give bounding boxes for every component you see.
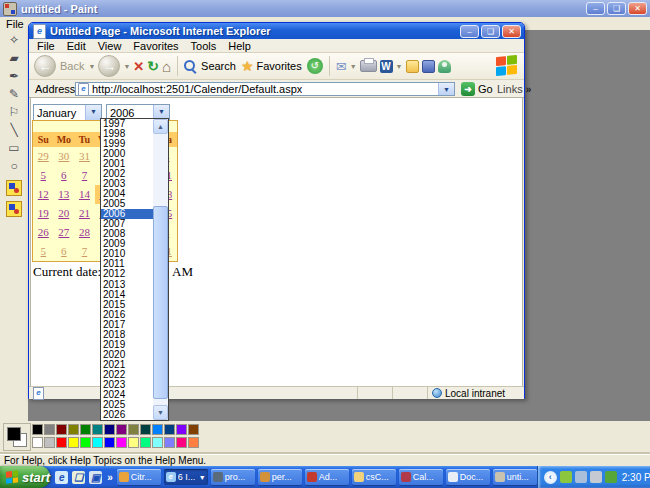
palette-swatch[interactable] <box>116 437 127 448</box>
eraser-icon[interactable]: ▰ <box>6 51 23 67</box>
discuss-icon[interactable] <box>406 60 419 73</box>
taskbar-button-cal[interactable]: Cal... <box>399 469 443 485</box>
calendar-day-6[interactable]: 6 <box>54 242 75 261</box>
tray-volume-icon[interactable] <box>590 471 602 483</box>
calendar-day-link[interactable]: 30 <box>58 150 69 162</box>
edit-with-word-icon[interactable]: W <box>380 60 393 73</box>
ie-menu-tools[interactable]: Tools <box>191 40 217 52</box>
palette-swatch[interactable] <box>152 424 163 435</box>
mail-icon[interactable]: ✉ <box>336 59 347 74</box>
calendar-day-link[interactable]: 6 <box>61 169 67 181</box>
calendar-day-link[interactable]: 14 <box>79 188 90 200</box>
calendar-day-link[interactable]: 5 <box>41 245 47 257</box>
calendar-day-link[interactable]: 29 <box>38 150 49 162</box>
ie-menu-edit[interactable]: Edit <box>67 40 86 52</box>
palette-swatch[interactable] <box>152 437 163 448</box>
links-overflow-chevron[interactable]: » <box>526 84 532 95</box>
research-icon[interactable] <box>422 60 435 73</box>
mail-dropdown-chevron[interactable]: ▼ <box>350 63 357 70</box>
line-icon[interactable]: ╲ <box>6 123 23 139</box>
ie-maximize-button[interactable]: ❏ <box>481 25 500 38</box>
edit-dropdown-chevron[interactable]: ▼ <box>396 63 403 70</box>
favorites-button-label[interactable]: Favorites <box>256 60 301 72</box>
palette-swatch[interactable] <box>176 437 187 448</box>
calendar-day-14[interactable]: 14 <box>74 185 95 204</box>
scrollbar-thumb[interactable] <box>153 206 168 399</box>
taskbar-clock[interactable]: 2:30 PM <box>622 472 650 483</box>
calendar-day-7[interactable]: 7 <box>74 242 95 261</box>
calendar-day-link[interactable]: 26 <box>38 226 49 238</box>
home-icon[interactable]: ⌂ <box>162 58 171 75</box>
taskbar-button-unti[interactable]: unti... <box>493 469 537 485</box>
calendar-day-28[interactable]: 28 <box>74 223 95 242</box>
palette-swatch[interactable] <box>92 437 103 448</box>
palette-swatch[interactable] <box>92 424 103 435</box>
palette-swatch[interactable] <box>116 424 127 435</box>
month-select-chevron-icon[interactable]: ▼ <box>85 105 101 120</box>
calendar-day-link[interactable]: 20 <box>58 207 69 219</box>
taskbar-button-csc[interactable]: csC... <box>352 469 396 485</box>
calendar-day-link[interactable]: 21 <box>79 207 90 219</box>
back-icon[interactable]: ← <box>34 55 56 77</box>
calendar-day-29[interactable]: 29 <box>33 147 54 166</box>
ie-titlebar[interactable]: e Untitled Page - Microsoft Internet Exp… <box>29 23 524 39</box>
stop-icon[interactable]: ✕ <box>133 59 144 74</box>
quick-launch-show-desktop-icon[interactable]: ❑ <box>72 471 85 484</box>
ie-menu-file[interactable]: File <box>37 40 55 52</box>
year-option-2012[interactable]: 2012 <box>101 269 153 279</box>
messenger-icon[interactable] <box>438 60 451 73</box>
tray-display-icon[interactable] <box>575 471 587 483</box>
taskbar-button-pro[interactable]: pro... <box>211 469 255 485</box>
calendar-day-26[interactable]: 26 <box>33 223 54 242</box>
calendar-day-27[interactable]: 27 <box>54 223 75 242</box>
palette-swatch[interactable] <box>44 437 55 448</box>
paint-current-colors[interactable] <box>3 423 31 451</box>
address-input[interactable]: e http://localhost:2501/Calender/Default… <box>75 82 455 96</box>
rectangle-icon[interactable]: ▭ <box>6 141 23 157</box>
calendar-day-20[interactable]: 20 <box>54 204 75 223</box>
palette-swatch[interactable] <box>140 424 151 435</box>
paint-restore-button[interactable]: ❏ <box>607 2 626 15</box>
forward-icon[interactable]: → <box>98 55 120 77</box>
ie-close-button[interactable]: ✕ <box>502 25 521 38</box>
calendar-day-13[interactable]: 13 <box>54 185 75 204</box>
go-button[interactable]: ➜ Go <box>461 82 493 96</box>
dropdown-scrollbar[interactable]: ▲ ▼ <box>153 119 168 420</box>
calendar-day-link[interactable]: 7 <box>82 245 88 257</box>
forward-dropdown-chevron[interactable]: ▼ <box>123 63 130 70</box>
start-button[interactable]: start <box>0 466 50 488</box>
search-button-label[interactable]: Search <box>201 60 236 72</box>
calendar-day-link[interactable]: 6 <box>61 245 67 257</box>
palette-swatch[interactable] <box>140 437 151 448</box>
palette-swatch[interactable] <box>80 437 91 448</box>
scrollbar-down-icon[interactable]: ▼ <box>153 405 168 420</box>
scrollbar-up-icon[interactable]: ▲ <box>153 119 168 134</box>
ie-menu-favorites[interactable]: Favorites <box>133 40 178 52</box>
search-icon[interactable] <box>184 59 198 73</box>
airbrush-icon[interactable]: ⚐ <box>6 105 23 121</box>
quick-launch-overflow-chevron[interactable]: » <box>107 472 113 483</box>
palette-swatch[interactable] <box>164 424 175 435</box>
taskbar-button-ad[interactable]: Ad... <box>305 469 349 485</box>
palette-swatch[interactable] <box>32 437 43 448</box>
ie-menu-view[interactable]: View <box>98 40 122 52</box>
free-form-select-icon[interactable]: ✧ <box>6 33 23 49</box>
paint-close-button[interactable]: ✕ <box>628 2 647 15</box>
calendar-day-link[interactable]: 31 <box>79 150 90 162</box>
calendar-day-19[interactable]: 19 <box>33 204 54 223</box>
palette-swatch[interactable] <box>68 424 79 435</box>
taskbar-button-per[interactable]: per... <box>258 469 302 485</box>
back-dropdown-chevron[interactable]: ▼ <box>88 63 95 70</box>
palette-swatch[interactable] <box>176 424 187 435</box>
ellipse-icon[interactable]: ○ <box>6 159 23 175</box>
calendar-day-link[interactable]: 27 <box>58 226 69 238</box>
taskbar-button-citr[interactable]: Citr... <box>117 469 161 485</box>
calendar-day-link[interactable]: 28 <box>79 226 90 238</box>
calendar-day-21[interactable]: 21 <box>74 204 95 223</box>
palette-swatch[interactable] <box>164 437 175 448</box>
tray-collapse-chevron-icon[interactable]: ‹ <box>544 471 557 484</box>
calendar-day-12[interactable]: 12 <box>33 185 54 204</box>
palette-swatch[interactable] <box>128 437 139 448</box>
pencil-icon[interactable]: ✎ <box>6 87 23 103</box>
calendar-day-link[interactable]: 19 <box>38 207 49 219</box>
